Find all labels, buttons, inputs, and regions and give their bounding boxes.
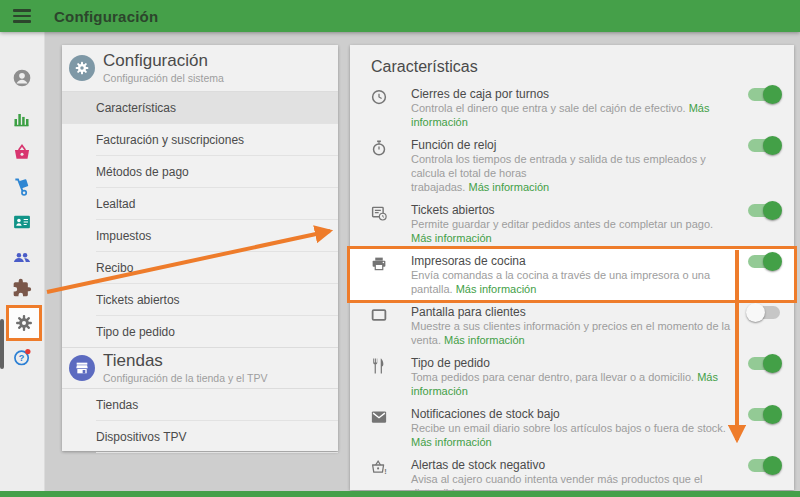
toggle-tipo-de-pedido[interactable]	[748, 357, 780, 370]
page-title: Configuración	[54, 8, 158, 25]
feature-description: Muestre a sus clientes información y pre…	[411, 319, 736, 347]
settings-nav-panel: Configuración Configuración del sistema …	[62, 45, 338, 451]
sidebar-item-account[interactable]	[12, 68, 32, 88]
mail-icon	[370, 408, 388, 426]
menu-item-metodos-de-pago[interactable]: Métodos de pago	[62, 156, 338, 188]
toggle-knob	[763, 354, 782, 373]
feature-description-text: Controla los tiempos de entrada y salida…	[411, 153, 706, 193]
sidebar-item-customers[interactable]	[12, 247, 32, 267]
app-window: Configuración	[0, 0, 800, 497]
feature-title: Notificaciones de stock bajo	[411, 407, 736, 421]
gear-circle-icon	[69, 55, 95, 81]
svg-text:!: !	[384, 467, 387, 476]
toggle-cierres-de-caja[interactable]	[748, 88, 780, 101]
sidebar-item-settings[interactable]	[6, 305, 42, 341]
menu-item-tipo-de-pedido[interactable]: Tipo de pedido	[62, 316, 338, 348]
menu-item-lealtad[interactable]: Lealtad	[62, 188, 338, 220]
feature-row-impresoras-de-cocina: Impresoras de cocina Envía comandas a la…	[350, 249, 794, 300]
open-tickets-icon	[370, 204, 388, 222]
feature-row-tipo-de-pedido: Tipo de pedido Toma pedidos para cenar d…	[350, 351, 794, 402]
sidebar-item-reports[interactable]	[12, 109, 32, 129]
feature-row-pantalla-para-clientes: Pantalla para clientes Muestre a sus cli…	[350, 300, 794, 351]
stock-alert-basket-icon: !	[370, 459, 388, 477]
feature-description: Recibe un email diario sobre los artícul…	[411, 421, 736, 449]
toggle-notificaciones-stock[interactable]	[748, 408, 780, 421]
settings-section-header: Configuración Configuración del sistema	[62, 45, 338, 92]
feature-description: Controla el dinero que entra y sale del …	[411, 101, 736, 129]
integrations-puzzle-icon	[12, 278, 32, 298]
nav-rail: ?	[0, 32, 45, 491]
hamburger-menu-icon[interactable]	[13, 6, 33, 26]
employees-badge-icon	[12, 212, 32, 232]
features-panel: Características Cierres de caja por turn…	[350, 45, 794, 490]
feature-title: Tipo de pedido	[411, 356, 736, 370]
toggle-knob	[763, 85, 782, 104]
toggle-knob	[763, 136, 782, 155]
sidebar-item-integrations[interactable]	[12, 278, 32, 298]
menu-item-facturacion[interactable]: Facturación y suscripciones	[62, 124, 338, 156]
store-circle-icon	[69, 355, 95, 381]
toggle-knob	[763, 405, 782, 424]
feature-description: Envía comandas a la cocina a través de u…	[411, 268, 736, 296]
bottom-green-bar	[0, 491, 800, 497]
more-info-link[interactable]: Más información	[469, 181, 550, 193]
toggle-knob	[763, 456, 782, 475]
customers-people-icon	[12, 247, 32, 267]
feature-row-tickets-abiertos: Tickets abiertos Permite guardar y edita…	[350, 198, 794, 249]
feature-title: Alertas de stock negativo	[411, 458, 736, 472]
items-basket-icon	[12, 143, 32, 163]
sidebar-item-employees[interactable]	[12, 212, 32, 232]
toggle-knob	[763, 252, 782, 271]
feature-row-funcion-de-reloj: Función de reloj Controla los tiempos de…	[350, 133, 794, 198]
account-circle-icon	[12, 68, 32, 88]
stopwatch-icon	[370, 139, 388, 157]
more-info-link[interactable]: Más información	[411, 232, 492, 244]
inventory-handtruck-icon	[12, 177, 32, 197]
menu-item-recibo[interactable]: Recibo	[62, 252, 338, 284]
settings-header-subtitle: Configuración del sistema	[103, 73, 224, 85]
stores-header-title: Tiendas	[103, 352, 267, 371]
menu-item-tickets-abiertos[interactable]: Tickets abiertos	[62, 284, 338, 316]
toggle-funcion-de-reloj[interactable]	[748, 139, 780, 152]
toggle-pantalla-para-clientes[interactable]	[748, 306, 780, 319]
feature-title: Cierres de caja por turnos	[411, 87, 736, 101]
toggle-tickets-abiertos[interactable]	[748, 204, 780, 217]
feature-title: Pantalla para clientes	[411, 305, 736, 319]
more-info-link[interactable]: Más información	[444, 334, 525, 346]
toggle-alertas-stock-negativo[interactable]	[748, 459, 780, 472]
menu-item-caracteristicas[interactable]: Características	[62, 92, 338, 124]
rail-scrollbar-thumb[interactable]	[0, 319, 4, 369]
feature-title: Tickets abiertos	[411, 203, 736, 217]
settings-gear-icon	[14, 313, 34, 333]
customer-display-icon	[370, 306, 388, 324]
feature-title: Impresoras de cocina	[411, 254, 736, 268]
more-info-link[interactable]: Más información	[411, 436, 492, 448]
feature-title: Función de reloj	[411, 138, 736, 152]
menu-item-impuestos[interactable]: Impuestos	[62, 220, 338, 252]
sidebar-item-inventory[interactable]	[12, 177, 32, 197]
feature-row-cierres-de-caja: Cierres de caja por turnos Controla el d…	[350, 82, 794, 133]
sidebar-item-items[interactable]	[12, 143, 32, 163]
toggle-knob	[763, 201, 782, 220]
feature-description-text: Permite guardar y editar pedidos antes d…	[411, 218, 713, 230]
toggle-impresoras-de-cocina[interactable]	[748, 255, 780, 268]
feature-description-text: Controla el dinero que entra y sale del …	[411, 102, 686, 114]
stores-section-header: Tiendas Configuración de la tienda y el …	[62, 347, 338, 389]
dining-options-icon	[370, 357, 388, 375]
sidebar-item-help[interactable]: ?	[12, 347, 32, 367]
reports-bar-chart-icon	[12, 109, 32, 129]
feature-description: Toma pedidos para cenar dentro, para lle…	[411, 370, 736, 398]
stores-header-subtitle: Configuración de la tienda y el TPV	[103, 373, 267, 385]
kitchen-printer-icon	[370, 255, 388, 273]
feature-description: Permite guardar y editar pedidos antes d…	[411, 217, 736, 245]
settings-header-title: Configuración	[103, 52, 224, 71]
top-app-bar: Configuración	[0, 0, 800, 32]
feature-row-notificaciones-stock: Notificaciones de stock bajo Recibe un e…	[350, 402, 794, 453]
toggle-knob	[746, 303, 765, 322]
svg-text:?: ?	[19, 353, 25, 363]
feature-description: Controla los tiempos de entrada y salida…	[411, 152, 736, 194]
more-info-link[interactable]: Más información	[456, 283, 537, 295]
menu-item-tiendas[interactable]: Tiendas	[62, 389, 338, 421]
feature-description-text: Recibe un email diario sobre los artícul…	[411, 422, 726, 434]
menu-item-dispositivos-tpv[interactable]: Dispositivos TPV	[62, 421, 338, 453]
